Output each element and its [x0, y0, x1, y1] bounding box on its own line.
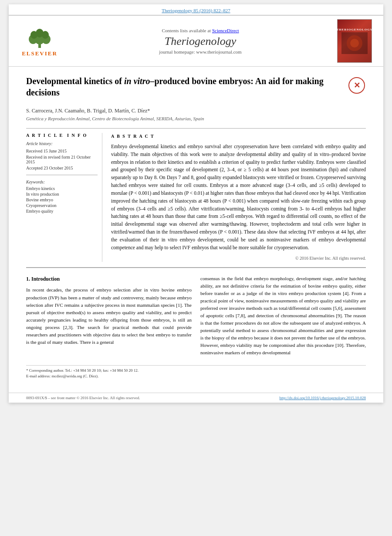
introduction-section: 1. Introduction In recent decades, the p… — [26, 275, 366, 360]
sciencedirect-link[interactable]: ScienceDirect — [212, 28, 239, 33]
elsevier-tree-icon — [24, 25, 55, 49]
intro-left-col: 1. Introduction In recent decades, the p… — [26, 275, 192, 360]
keyword-1: Embryo kinetics — [26, 186, 98, 191]
abstract-col: A B S T R A C T Embryo developmental kin… — [111, 133, 366, 262]
keyword-4: Cryopreservation — [26, 203, 98, 208]
sciencedirect-line: Contents lists available at ScienceDirec… — [68, 28, 333, 33]
corresponding-author-note: * Corresponding author. Tel.: +34 984 50… — [26, 368, 366, 373]
header-center: Contents lists available at ScienceDirec… — [68, 28, 333, 54]
doi-link[interactable]: http://dx.doi.org/10.1016/j.theriogenolo… — [280, 396, 366, 400]
svg-point-9 — [350, 39, 359, 47]
intro-right-paragraph: consensus in the field that embryo morph… — [200, 275, 366, 357]
keyword-3: Bovine embryo — [26, 197, 98, 202]
intro-left-text: In recent decades, the process of embryo… — [26, 286, 192, 346]
keyword-5: Embryo quality — [26, 209, 98, 214]
cover-graphic — [341, 32, 368, 54]
abstract-heading: A B S T R A C T — [111, 133, 366, 139]
article-title: Developmental kinetics of in vitro–produ… — [26, 75, 342, 98]
intro-right-text: consensus in the field that embryo morph… — [200, 275, 366, 357]
history-label: Article history: — [26, 141, 98, 146]
intro-heading: 1. Introduction — [26, 275, 192, 283]
intro-left-paragraph: In recent decades, the process of embryo… — [26, 286, 192, 346]
keywords-label: Keywords: — [26, 180, 98, 184]
divider — [26, 175, 98, 175]
header-bar: ELSEVIER Contents lists available at Sci… — [9, 15, 383, 67]
issn-text: 0093-691X/$ – see front matter © 2016 El… — [26, 396, 140, 400]
intro-right-col: consensus in the field that embryo morph… — [200, 275, 366, 360]
keyword-2: In vitro production — [26, 192, 98, 197]
svg-point-6 — [42, 31, 49, 39]
accepted-date: Accepted 23 October 2015 — [26, 166, 98, 170]
article-title-area: Developmental kinetics of in vitro–produ… — [26, 75, 366, 102]
abstract-text: Embryo developmental kinetics and embryo… — [111, 143, 366, 262]
received-date: Received 15 June 2015 — [26, 149, 98, 153]
article-info-heading: A R T I C L E I N F O — [26, 133, 98, 138]
abstract-paragraph: Embryo developmental kinetics and embryo… — [111, 143, 366, 251]
article-info-col: A R T I C L E I N F O Article history: R… — [26, 133, 102, 262]
elsevier-wordmark: ELSEVIER — [22, 50, 57, 57]
journal-cover-title: THERIOGENOLOGY — [336, 28, 372, 32]
email-line: E-mail address: mcdiez@serida.org (C. Dí… — [26, 374, 366, 378]
email-text: E-mail address: mcdiez@serida.org (C. Dí… — [26, 374, 98, 378]
page: Theriogenology 85 (2016) 822–827 ELSEVIE… — [9, 4, 383, 403]
elsevier-logo-area: ELSEVIER — [16, 25, 64, 57]
crossmark-icon: ✕ — [354, 81, 360, 90]
svg-point-5 — [30, 31, 37, 39]
bottom-bar: 0093-691X/$ – see front matter © 2016 El… — [9, 393, 383, 403]
info-abstract-section: A R T I C L E I N F O Article history: R… — [26, 128, 366, 262]
footer-area: * Corresponding author. Tel.: +34 984 50… — [26, 365, 366, 378]
journal-reference[interactable]: Theriogenology 85 (2016) 822–827 — [9, 4, 383, 15]
authors-line: S. Carrocera, J.N. Caamaño, B. Trigal, D… — [26, 108, 366, 114]
copyright-line: © 2016 Elsevier Inc. All rights reserved… — [111, 255, 366, 262]
article-content: Developmental kinetics of in vitro–produ… — [9, 67, 383, 393]
article-title-section: Developmental kinetics of in vitro–produ… — [26, 75, 342, 102]
journal-title: Theriogenology — [68, 35, 333, 48]
affiliation-line: Genética y Reproducción Animal, Centro d… — [26, 116, 366, 121]
journal-cover-image: THERIOGENOLOGY — [337, 19, 372, 63]
revised-date: Received in revised form 21 October 2015 — [26, 155, 98, 164]
journal-homepage: journal homepage: www.theriojournal.com — [68, 49, 333, 54]
journal-ref-text: Theriogenology 85 (2016) 822–827 — [162, 8, 230, 13]
journal-cover-area: THERIOGENOLOGY — [337, 19, 376, 63]
main-body-divider — [26, 267, 366, 268]
crossmark-badge[interactable]: ✕ — [348, 77, 366, 95]
